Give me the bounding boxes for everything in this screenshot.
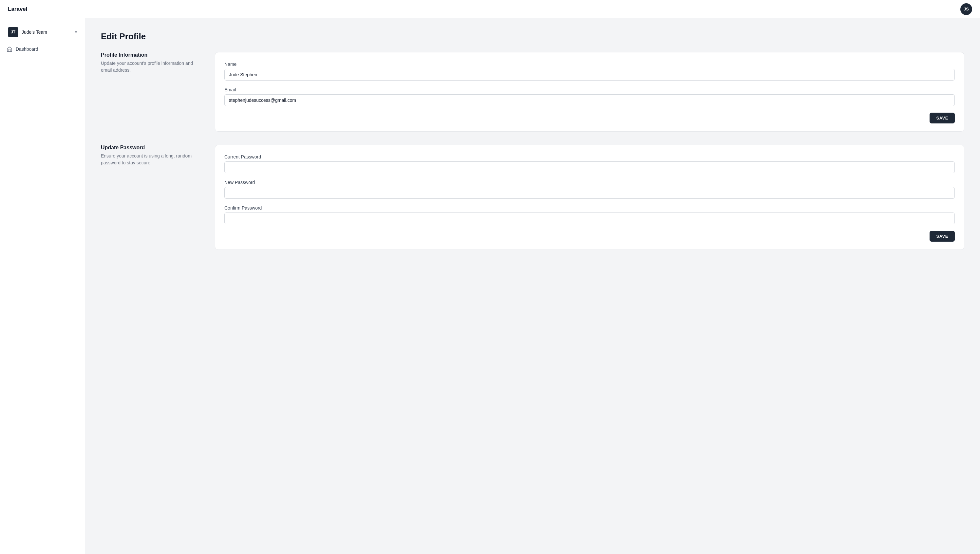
team-name: Jude's Team — [22, 29, 75, 35]
profile-section-description: Update your account's profile informatio… — [101, 60, 199, 74]
name-input[interactable] — [225, 69, 955, 81]
password-section-title: Update Password — [101, 145, 199, 151]
sidebar-item-dashboard[interactable]: Dashboard — [3, 43, 82, 55]
password-section-description: Ensure your account is using a long, ran… — [101, 153, 199, 166]
password-section-info: Update Password Ensure your account is u… — [101, 145, 199, 250]
email-form-group: Email — [225, 87, 955, 106]
new-password-form-group: New Password — [225, 180, 955, 199]
name-label: Name — [225, 62, 955, 67]
email-input[interactable] — [225, 94, 955, 106]
profile-section-info: Profile Information Update your account'… — [101, 52, 199, 132]
email-label: Email — [225, 87, 955, 92]
current-password-input[interactable] — [225, 161, 955, 173]
user-avatar[interactable]: JS — [960, 3, 972, 15]
app-brand: Laravel — [8, 6, 27, 13]
new-password-input[interactable] — [225, 187, 955, 199]
app-layout: JT Jude's Team ▾ Dashboard Edit Profile … — [0, 0, 980, 554]
profile-section: Profile Information Update your account'… — [101, 52, 964, 132]
current-password-form-group: Current Password — [225, 154, 955, 173]
current-password-label: Current Password — [225, 154, 955, 159]
name-form-group: Name — [225, 62, 955, 81]
home-icon — [6, 46, 13, 52]
password-card-footer: SAVE — [225, 231, 955, 242]
top-navigation: Laravel JS — [0, 0, 980, 18]
profile-section-title: Profile Information — [101, 52, 199, 58]
sidebar-nav: Dashboard — [0, 43, 85, 55]
password-section-card: Current Password New Password Confirm Pa… — [215, 145, 964, 250]
team-avatar: JT — [8, 27, 18, 37]
sidebar-item-dashboard-label: Dashboard — [16, 46, 38, 52]
profile-card-footer: SAVE — [225, 113, 955, 123]
chevron-down-icon: ▾ — [75, 30, 77, 34]
page-title: Edit Profile — [101, 32, 964, 41]
profile-section-card: Name Email SAVE — [215, 52, 964, 132]
confirm-password-form-group: Confirm Password — [225, 205, 955, 224]
confirm-password-input[interactable] — [225, 212, 955, 224]
confirm-password-label: Confirm Password — [225, 205, 955, 210]
new-password-label: New Password — [225, 180, 955, 185]
password-section: Update Password Ensure your account is u… — [101, 145, 964, 250]
password-save-button[interactable]: SAVE — [929, 231, 955, 242]
profile-save-button[interactable]: SAVE — [929, 113, 955, 123]
team-selector[interactable]: JT Jude's Team ▾ — [3, 24, 82, 41]
sidebar: JT Jude's Team ▾ Dashboard — [0, 18, 85, 554]
main-content: Edit Profile Profile Information Update … — [85, 18, 980, 554]
